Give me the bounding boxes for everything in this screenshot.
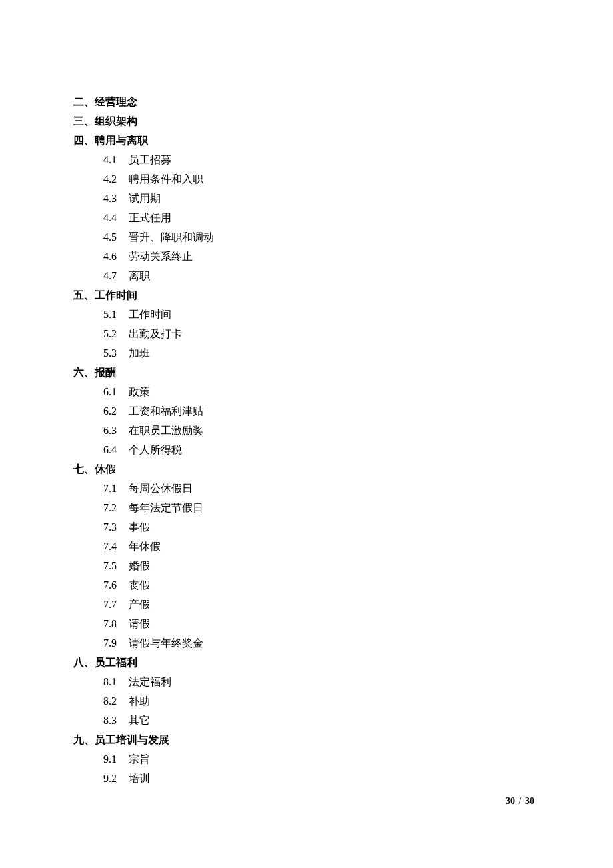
toc-sub-num: 4.3 [103, 189, 129, 208]
toc-sub-num: 7.3 [103, 517, 129, 537]
toc-sub-item: 8.2补助 [73, 691, 540, 711]
toc-sub-text: 培训 [129, 773, 150, 784]
toc-sub-num: 8.1 [103, 672, 129, 691]
section-title: 八、员工福利 [73, 653, 540, 672]
toc-sub-item: 4.5晋升、降职和调动 [73, 227, 540, 247]
section-title: 三、组织架构 [73, 111, 540, 131]
toc-sub-text: 婚假 [129, 560, 150, 571]
toc-sub-text: 请假与年终奖金 [129, 637, 203, 649]
toc-sub-num: 6.2 [103, 401, 129, 421]
toc-sub-text: 补助 [129, 695, 150, 707]
toc-sub-text: 聘用条件和入职 [129, 173, 203, 185]
toc-sub-item: 7.4年休假 [73, 537, 540, 556]
toc-sub-item: 7.3事假 [73, 517, 540, 537]
toc-content: 二、经营理念三、组织架构四、聘用与离职4.1员工招募4.2聘用条件和入职4.3试… [0, 0, 613, 788]
toc-sub-text: 请假 [129, 618, 150, 629]
toc-sub-item: 7.1每周公休假日 [73, 479, 540, 498]
toc-sub-item: 4.2聘用条件和入职 [73, 169, 540, 189]
toc-sub-text: 年休假 [129, 541, 161, 552]
section-title: 七、休假 [73, 459, 540, 479]
toc-sub-text: 工作时间 [129, 309, 171, 320]
section-title: 九、员工培训与发展 [73, 730, 540, 749]
toc-sub-text: 其它 [129, 715, 150, 726]
toc-sub-num: 4.7 [103, 266, 129, 285]
section-title: 六、报酬 [73, 363, 540, 382]
toc-sub-num: 8.3 [103, 711, 129, 730]
toc-sub-item: 4.4正式任用 [73, 208, 540, 227]
toc-sub-text: 工资和福利津贴 [129, 405, 203, 417]
toc-sub-text: 加班 [129, 347, 150, 359]
section-title: 五、工作时间 [73, 285, 540, 305]
toc-sub-text: 晋升、降职和调动 [129, 231, 214, 243]
toc-sub-text: 宗旨 [129, 753, 150, 765]
section-title: 四、聘用与离职 [73, 131, 540, 150]
toc-sub-item: 7.8请假 [73, 614, 540, 633]
toc-sub-text: 离职 [129, 270, 150, 281]
toc-sub-num: 7.4 [103, 537, 129, 556]
toc-sub-num: 9.2 [103, 769, 129, 788]
toc-sub-num: 7.8 [103, 614, 129, 633]
toc-sub-num: 4.4 [103, 208, 129, 227]
section-title: 二、经营理念 [73, 92, 540, 111]
toc-sub-item: 6.2工资和福利津贴 [73, 401, 540, 421]
toc-sub-text: 丧假 [129, 579, 150, 591]
toc-sub-text: 正式任用 [129, 212, 171, 223]
toc-sub-num: 4.1 [103, 150, 129, 169]
toc-sub-num: 4.6 [103, 247, 129, 266]
toc-sub-item: 5.2出勤及打卡 [73, 324, 540, 343]
toc-sub-num: 5.2 [103, 324, 129, 343]
toc-sub-text: 政策 [129, 386, 150, 397]
toc-sub-text: 产假 [129, 599, 150, 610]
toc-sub-text: 每周公休假日 [129, 483, 193, 494]
toc-sub-num: 6.1 [103, 382, 129, 401]
toc-sub-text: 劳动关系终止 [129, 251, 193, 262]
toc-sub-num: 4.2 [103, 169, 129, 189]
toc-sub-item: 5.1工作时间 [73, 305, 540, 324]
toc-sub-item: 5.3加班 [73, 343, 540, 363]
toc-sub-item: 7.7产假 [73, 595, 540, 614]
toc-sub-item: 6.3在职员工激励奖 [73, 421, 540, 440]
toc-sub-item: 8.3其它 [73, 711, 540, 730]
toc-sub-item: 6.4个人所得税 [73, 440, 540, 459]
toc-sub-item: 8.1法定福利 [73, 672, 540, 691]
page-separator: / [516, 796, 524, 806]
toc-sub-num: 7.1 [103, 479, 129, 498]
toc-sub-text: 法定福利 [129, 676, 171, 687]
page-current: 30 [506, 796, 515, 806]
toc-sub-num: 6.4 [103, 440, 129, 459]
toc-sub-item: 4.3试用期 [73, 189, 540, 208]
toc-sub-num: 5.3 [103, 343, 129, 363]
toc-sub-text: 出勤及打卡 [129, 328, 182, 339]
toc-sub-text: 每年法定节假日 [129, 502, 203, 513]
toc-sub-item: 4.1员工招募 [73, 150, 540, 169]
toc-sub-item: 7.9请假与年终奖金 [73, 633, 540, 653]
toc-sub-item: 9.2培训 [73, 769, 540, 788]
toc-sub-text: 试用期 [129, 193, 161, 204]
toc-sub-item: 9.1宗旨 [73, 749, 540, 769]
toc-sub-num: 7.5 [103, 556, 129, 575]
toc-sub-text: 个人所得税 [129, 444, 182, 455]
toc-sub-item: 4.7离职 [73, 266, 540, 285]
toc-sub-text: 在职员工激励奖 [129, 425, 203, 436]
toc-sub-num: 7.7 [103, 595, 129, 614]
toc-sub-num: 9.1 [103, 749, 129, 769]
page-total: 30 [525, 796, 534, 806]
toc-sub-text: 事假 [129, 521, 150, 533]
toc-sub-text: 员工招募 [129, 154, 171, 165]
toc-sub-num: 6.3 [103, 421, 129, 440]
toc-sub-num: 5.1 [103, 305, 129, 324]
toc-sub-num: 7.6 [103, 575, 129, 595]
toc-sub-num: 8.2 [103, 691, 129, 711]
toc-sub-num: 4.5 [103, 227, 129, 247]
toc-sub-item: 4.6劳动关系终止 [73, 247, 540, 266]
toc-sub-num: 7.9 [103, 633, 129, 653]
toc-sub-num: 7.2 [103, 498, 129, 517]
toc-sub-item: 7.2每年法定节假日 [73, 498, 540, 517]
toc-sub-item: 7.5婚假 [73, 556, 540, 575]
toc-sub-item: 6.1政策 [73, 382, 540, 401]
toc-sub-item: 7.6丧假 [73, 575, 540, 595]
page-footer: 30 / 30 [506, 796, 534, 807]
